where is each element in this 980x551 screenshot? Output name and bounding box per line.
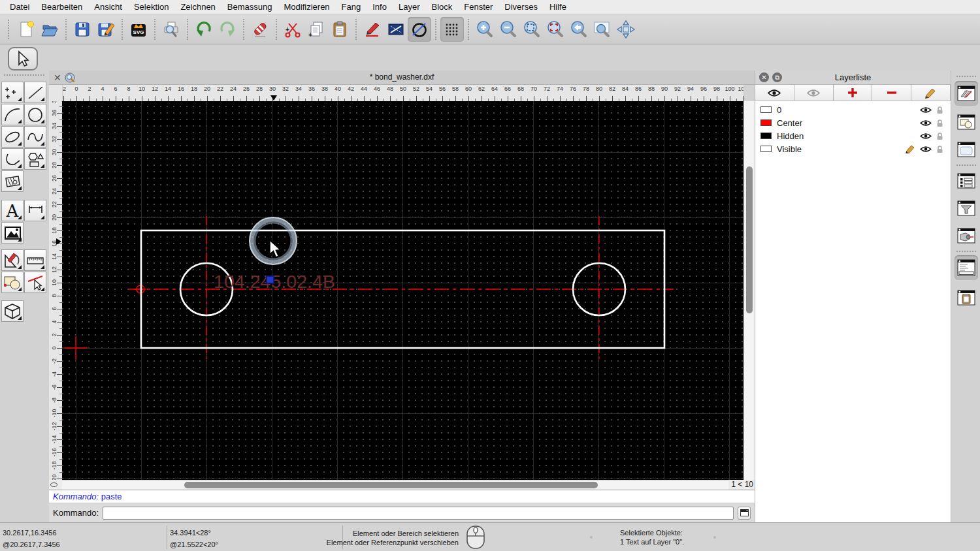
undo-icon[interactable] — [192, 17, 216, 42]
toolbar-drag-handle[interactable] — [8, 20, 12, 39]
paste-icon[interactable] — [328, 17, 351, 42]
spline-tool[interactable] — [24, 126, 46, 148]
command-input[interactable] — [103, 507, 734, 520]
redo-icon[interactable] — [216, 17, 239, 42]
clipboard-panel-toggle[interactable] — [955, 285, 978, 310]
layer-lock-icon[interactable] — [936, 145, 944, 153]
text-tool[interactable]: A — [1, 200, 24, 221]
select-tools[interactable] — [24, 272, 46, 293]
menu-block[interactable]: Block — [425, 0, 458, 14]
zoom-out-icon[interactable] — [497, 17, 520, 42]
library-browser-toggle[interactable] — [955, 137, 978, 162]
arc-tool[interactable] — [1, 104, 24, 125]
polyline-tool[interactable] — [1, 148, 24, 170]
layer-lock-icon[interactable] — [936, 119, 944, 127]
selection-arrow-button[interactable] — [8, 47, 38, 71]
line-tool[interactable] — [24, 82, 46, 103]
relative-coordinate: @20.2617,7.3456 — [3, 541, 60, 548]
menu-modifizieren[interactable]: Modifizieren — [278, 0, 336, 14]
grid-toggle-icon[interactable] — [440, 17, 464, 42]
zoom-selection-icon[interactable] — [544, 17, 567, 42]
ellipse-tool[interactable] — [1, 126, 24, 148]
layer-row-hidden[interactable]: Hidden — [755, 129, 951, 142]
part-number-text[interactable]: 104.245.02.4B — [214, 272, 335, 292]
add-layer-button[interactable] — [834, 85, 873, 101]
vertical-scrollbar-thumb[interactable] — [746, 166, 753, 313]
circle-tool[interactable] — [24, 104, 46, 125]
layer-list-toggle[interactable] — [955, 81, 978, 106]
horizontal-scrollbar[interactable] — [62, 480, 728, 490]
points-tool[interactable] — [1, 82, 24, 103]
menu-diverses[interactable]: Diverses — [498, 0, 544, 14]
zoom-in-icon[interactable] — [473, 17, 497, 42]
horizontal-scrollbar-thumb[interactable] — [184, 482, 598, 488]
open-file-icon[interactable] — [38, 17, 61, 42]
menu-fang[interactable]: Fang — [336, 0, 367, 14]
zoom-previous-icon[interactable] — [567, 17, 591, 42]
hide-all-layers-button[interactable] — [794, 85, 834, 101]
toolbar-separator — [276, 19, 277, 40]
delete-icon[interactable] — [248, 17, 272, 42]
menu-bemassung[interactable]: Bemassung — [221, 0, 278, 14]
layer-lock-icon[interactable] — [936, 106, 944, 114]
statusbar: 30.2617,16.3456 @20.2617,7.3456 34.3941<… — [0, 522, 980, 551]
selection-filter-toggle[interactable] — [955, 196, 978, 221]
palette-drag-handle[interactable] — [4, 74, 44, 77]
toolbar-separator — [154, 19, 155, 40]
edit-pencil-icon[interactable] — [361, 17, 384, 42]
hatch-tool[interactable] — [1, 170, 24, 192]
dock-drag-handle[interactable] — [956, 76, 976, 77]
layer-row-center[interactable]: Center — [755, 116, 951, 129]
command-window-toggle-button[interactable] — [738, 507, 751, 520]
measure-tool[interactable] — [24, 249, 46, 271]
new-file-icon[interactable] — [14, 17, 38, 42]
solid-3d-tool[interactable] — [1, 300, 24, 322]
menu-hilfe[interactable]: Hilfe — [544, 0, 572, 14]
block-list-toggle[interactable] — [955, 110, 978, 134]
modify-tool[interactable] — [1, 249, 24, 271]
layer-row-visible[interactable]: Visible — [755, 142, 951, 155]
layer-lock-icon[interactable] — [936, 132, 944, 140]
line-selection-icon[interactable] — [384, 17, 408, 42]
block-tool[interactable] — [1, 272, 24, 293]
menu-datei[interactable]: Datei — [4, 0, 35, 14]
menu-selektion[interactable]: Selektion — [128, 0, 174, 14]
menu-bearbeiten[interactable]: Bearbeiten — [35, 0, 88, 14]
layer-visible-eye-icon[interactable] — [920, 106, 932, 114]
layer-row-0[interactable]: 0 — [755, 103, 951, 116]
layer-color-swatch — [760, 146, 772, 152]
menu-zeichnen[interactable]: Zeichnen — [174, 0, 221, 14]
menu-ansicht[interactable]: Ansicht — [88, 0, 128, 14]
show-all-layers-button[interactable] — [755, 85, 794, 101]
drawing-canvas[interactable]: 104.245.02.4B — [62, 101, 743, 480]
layer-panel-title: Layerliste — [755, 72, 951, 82]
copy-icon[interactable]: + — [304, 17, 328, 42]
dock-separator — [956, 251, 976, 252]
vertical-scrollbar[interactable] — [743, 101, 755, 480]
shapes-tool[interactable] — [24, 148, 46, 170]
dimension-tool[interactable] — [24, 200, 46, 221]
svg-export-icon[interactable]: SVG — [127, 17, 150, 42]
remove-layer-button[interactable] — [872, 85, 911, 101]
layer-visible-eye-icon[interactable] — [920, 119, 932, 127]
layer-visible-eye-icon[interactable] — [920, 146, 932, 153]
layer-visible-eye-icon[interactable] — [920, 133, 932, 140]
save-icon[interactable] — [71, 17, 94, 42]
draft-mode-icon[interactable] — [408, 17, 431, 42]
menu-fenster[interactable]: Fenster — [458, 0, 498, 14]
zoom-window-icon[interactable] — [591, 17, 614, 42]
save-as-icon[interactable] — [94, 17, 118, 42]
pan-icon[interactable] — [614, 17, 638, 42]
command-line-toggle[interactable] — [955, 255, 978, 280]
image-tool[interactable] — [1, 222, 24, 244]
zoom-auto-icon[interactable] — [520, 17, 544, 42]
edit-layer-button[interactable] — [911, 85, 951, 101]
inspection-tool-toggle[interactable] — [955, 223, 978, 248]
menu-layer[interactable]: Layer — [393, 0, 426, 14]
property-editor-toggle[interactable] — [955, 168, 978, 193]
corner-widget[interactable] — [50, 482, 57, 487]
cut-icon[interactable]: + — [281, 17, 304, 42]
menu-info[interactable]: Info — [367, 0, 393, 14]
print-preview-icon[interactable] — [159, 17, 183, 42]
selection-handle[interactable] — [267, 276, 274, 283]
